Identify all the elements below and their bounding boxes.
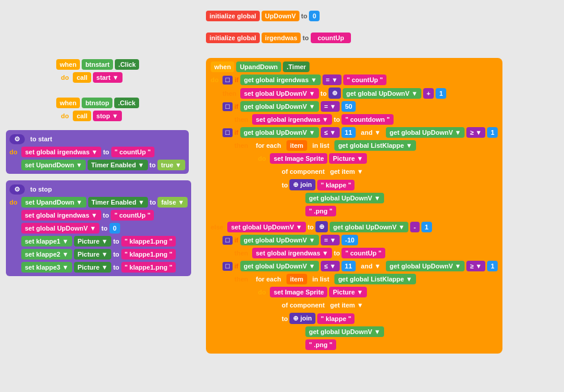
set-imagesprite2: set Image Sprite xyxy=(270,287,327,297)
to-text2: to xyxy=(302,34,308,41)
and-op2: and ▼ xyxy=(357,261,385,271)
picture1: Picture ▼ xyxy=(74,236,111,247)
for-each2: for each xyxy=(252,274,285,284)
checkbox4: ☐ xyxy=(223,236,233,245)
png-str1: " .png " xyxy=(305,206,336,216)
set-irgendwas2: set global irgendwas ▼ xyxy=(21,210,101,221)
to-start-label: to start xyxy=(27,134,56,144)
zero-value: 0 xyxy=(309,11,320,21)
eq-op1: = ▼ xyxy=(323,74,341,85)
set-imagesprite1: set Image Sprite xyxy=(270,153,327,164)
get-updownv9: get global UpDownV ▼ xyxy=(386,261,465,271)
picture-prop1: Picture ▼ xyxy=(329,153,366,164)
countup-val3: " countUp " xyxy=(341,248,385,258)
checkbox3: ☐ xyxy=(223,128,233,137)
if-label5: if xyxy=(234,263,239,270)
get-listklappe1: get global ListKlappe ▼ xyxy=(334,140,415,151)
get-item2: get item ▼ xyxy=(327,300,367,310)
to-stop-container: ⚙ to stop do set UpandDown ▼ Timer Enabl… xyxy=(6,180,191,276)
to-start-container: ⚙ to start do set global irgendwas ▼ to … xyxy=(6,130,189,174)
get-updownv3: get global UpDownV ▼ xyxy=(240,127,319,138)
lte-op2: ≤ ▼ xyxy=(321,261,340,271)
get-updownv2: get global UpDownV ▼ xyxy=(240,101,319,112)
klappe1png2: " klappe1.png " xyxy=(121,249,176,260)
call-label2: call xyxy=(73,111,91,121)
do-label1: do xyxy=(61,74,69,81)
then3: then xyxy=(234,142,248,149)
item-var: item xyxy=(286,140,307,151)
countup-value: countUp xyxy=(311,33,352,43)
picture-prop2: Picture ▼ xyxy=(329,287,366,297)
minus-op: - xyxy=(410,222,420,232)
eleven-val2: 11 xyxy=(341,261,356,271)
updownv-var: UpDownV xyxy=(262,11,299,21)
klappe-str2: " klappe " xyxy=(317,313,354,324)
stop-method: stop ▼ xyxy=(93,111,122,121)
in-list2: in list xyxy=(309,274,333,284)
lte-op: ≤ ▼ xyxy=(321,127,340,138)
get-listklappe2: get global ListKlappe ▼ xyxy=(334,274,415,284)
eleven-val1: 11 xyxy=(341,127,356,138)
checkbox1: ☐ xyxy=(223,76,233,85)
set-irgendwas: set global irgendwas ▼ xyxy=(21,147,101,157)
of-comp2: of component xyxy=(282,302,325,309)
klappe-str1: " klappe " xyxy=(317,180,354,190)
to-text4: to xyxy=(282,315,288,322)
gear-icon2: ⚙ xyxy=(9,184,25,195)
countdown-val: " countdown " xyxy=(341,114,393,125)
countup-val1: " countUp " xyxy=(111,147,154,157)
then4: then xyxy=(234,250,248,257)
get-updownv7: get global UpDownV ▼ xyxy=(240,235,319,245)
timer-enabled2: Timer Enabled ▼ xyxy=(88,197,149,208)
one-val: 1 xyxy=(436,88,446,99)
btnstop-comp: btnstop xyxy=(82,98,112,108)
do-main: do xyxy=(211,76,218,83)
initialize-global-block: initialize global xyxy=(206,11,260,21)
then2: then xyxy=(234,116,248,123)
set-klappe3: set klappe3 ▼ xyxy=(21,262,72,273)
do-label4: do xyxy=(9,199,17,206)
do-inner2: do xyxy=(258,289,266,296)
set-updownv-else: set global UpDownV ▼ xyxy=(227,222,305,232)
eq-op3: = ▼ xyxy=(321,235,340,245)
set-irgendwas4: set global irgendwas ▼ xyxy=(252,248,332,258)
set-upanddown2: set UpandDown ▼ xyxy=(21,197,86,208)
initialize-global-block2: initialize global xyxy=(206,33,260,43)
get-updownv4: get global UpDownV ▼ xyxy=(386,127,465,138)
btnstart-comp: btnstart xyxy=(82,59,113,70)
neg10-val: -10 xyxy=(341,235,358,245)
math-plus: ⊕ xyxy=(328,88,341,99)
one-val2: 1 xyxy=(487,127,498,138)
countup-cond: " countUp " xyxy=(343,74,386,85)
fifty-val: 50 xyxy=(341,101,356,112)
get-updownv10: get global UpDownV ▼ xyxy=(305,326,384,337)
picture2: Picture ▼ xyxy=(74,249,111,260)
set-klappe1: set klappe1 ▼ xyxy=(21,236,72,247)
klappe1png: " klappe1.png " xyxy=(121,236,176,247)
upanddown-comp: UpandDown xyxy=(236,61,281,72)
when-timer: when xyxy=(211,61,234,72)
in-list: in list xyxy=(309,140,333,151)
get-irgendwas: get global irgendwas ▼ xyxy=(240,74,320,85)
zero-val2: 0 xyxy=(109,223,120,234)
click-event2: .Click xyxy=(114,98,138,108)
get-updownv5: get global UpDownV ▼ xyxy=(305,193,384,203)
if-label3: if xyxy=(234,129,239,136)
gear-icon: ⚙ xyxy=(9,134,25,144)
call-label1: call xyxy=(73,72,91,83)
countup-val2: " countUp " xyxy=(111,210,154,221)
timer-event: .Timer xyxy=(283,61,310,72)
if-label2: if xyxy=(234,103,239,110)
join-op2: ⊕ join xyxy=(289,313,315,324)
get-updownv6: get global UpDownV ▼ xyxy=(330,222,408,232)
to-stop-label: to stop xyxy=(27,184,56,195)
set-irgendwas3: set global irgendwas ▼ xyxy=(252,114,332,125)
if-label4: if xyxy=(234,237,239,244)
set-updownv2: set global UpDownV ▼ xyxy=(240,88,318,99)
klappe1png3: " klappe1.png " xyxy=(121,262,176,273)
and-op1: and ▼ xyxy=(357,127,385,138)
then1: then xyxy=(223,90,236,97)
then5: then xyxy=(234,276,248,283)
do-label2: do xyxy=(61,112,69,119)
main-timer-container: when UpandDown .Timer do ☐ if xyxy=(206,58,502,354)
